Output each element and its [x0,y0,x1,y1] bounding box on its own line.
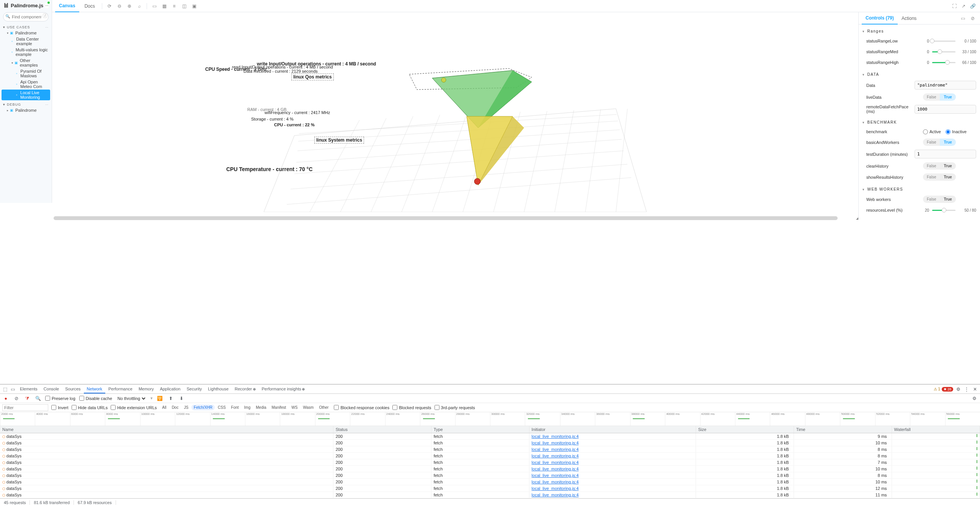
devtools-tab-performance-insights[interactable]: Performance insights ⴲ [259,385,308,393]
throttling-select[interactable]: No throttling [116,396,147,401]
tree-item-pyramid[interactable]: ▫Pyramid Of Maslows [2,68,50,79]
slider-status-low[interactable] [932,38,956,44]
filter-chip-media[interactable]: Media [253,405,268,410]
hide-ext-urls-check[interactable]: Hide extension URLs [111,405,157,410]
slider-resources-level[interactable] [932,207,956,214]
input-test-duration[interactable] [915,150,976,158]
tab-controls[interactable]: Controls (79) [862,12,898,24]
tree-item-datacenter[interactable]: ▫Data Center example [2,36,50,47]
tree-root-palindrome[interactable]: ▾▣Palindrome [2,30,50,36]
input-data[interactable] [915,81,976,90]
devtools-tab-sources[interactable]: Sources [62,385,83,393]
filter-chip-css[interactable]: CSS [216,405,228,410]
devtools-tab-memory[interactable]: Memory [136,385,157,393]
filter-chip-js[interactable]: JS [181,405,191,410]
filter-chip-manifest[interactable]: Manifest [270,405,289,410]
slider-status-med[interactable] [932,48,956,55]
download-icon[interactable]: ⬇ [178,395,185,402]
close-devtools-icon[interactable]: ✕ [972,386,978,393]
grid-icon[interactable]: ▦ [160,2,168,10]
refresh-icon[interactable]: ⟳ [105,2,114,10]
network-row[interactable]: dataSys200fetchlocal_live_monitoring.js:… [0,446,980,453]
filter-chip-other[interactable]: Other [317,405,331,410]
zoom-in-icon[interactable]: ⊕ [125,2,134,10]
tab-actions[interactable]: Actions [898,13,920,24]
filter-chip-ws[interactable]: WS [289,405,300,410]
network-row[interactable]: dataSys200fetchlocal_live_monitoring.js:… [0,440,980,446]
devtools-tab-security[interactable]: Security [183,385,205,393]
filter-chip-all[interactable]: All [160,405,169,410]
tree-item-local-live-monitoring[interactable]: ▫Local Live Monitoring [2,90,50,100]
blocked-cookies-check[interactable]: Blocked response cookies [334,405,389,410]
tree-item-multivalues[interactable]: ▫Multi-values logic example [2,47,50,57]
warnings-badge[interactable]: ⚠ 1 [934,387,940,391]
zoom-out-icon[interactable]: ⊖ [115,2,124,10]
input-remote-pace[interactable] [915,105,976,114]
network-row[interactable]: dataSys200fetchlocal_live_monitoring.js:… [0,466,980,472]
filter-funnel-icon[interactable]: ⧩ [24,395,31,402]
tree-item-other[interactable]: ▾▣Other examples [2,57,50,68]
devtools-tab-recorder[interactable]: Recorder ⴲ [232,385,258,393]
clear-icon[interactable]: ⊘ [13,395,20,402]
devtools-tab-console[interactable]: Console [41,385,62,393]
devtools-tab-lighthouse[interactable]: Lighthouse [205,385,232,393]
more-icon[interactable]: ⋮ [963,386,970,393]
link-icon[interactable]: 🔗 [969,2,977,10]
network-row[interactable]: dataSys200fetchlocal_live_monitoring.js:… [0,433,980,440]
measure-icon[interactable]: ≡ [170,2,178,10]
devtools-tab-performance[interactable]: Performance [105,385,136,393]
filter-chip-font[interactable]: Font [229,405,241,410]
radio-active[interactable]: Active [923,129,941,134]
network-row[interactable]: dataSys200fetchlocal_live_monitoring.js:… [0,472,980,479]
col-name[interactable]: Name [0,426,333,433]
filter-input[interactable] [2,404,48,411]
scroll-handle-icon[interactable]: ◢ [856,217,858,220]
canvas-area[interactable]: CPU Speed - current : 3 GHz write Input/… [52,12,858,220]
col-status[interactable]: Status [333,426,431,433]
toggle-livedata[interactable]: False True [923,93,956,101]
filter-chip-doc[interactable]: Doc [170,405,181,410]
more-menu-button[interactable] [45,3,49,8]
slider-status-high[interactable] [932,59,956,66]
blocked-requests-check[interactable]: Blocked requests [392,405,431,410]
radio-inactive[interactable]: Inactive [946,129,967,134]
toggle-clear-history[interactable]: False True [923,162,956,170]
network-row[interactable]: dataSys200fetchlocal_live_monitoring.js:… [0,459,980,466]
record-icon[interactable]: ● [2,395,9,402]
settings-icon[interactable]: ⚙ [955,386,962,393]
network-row[interactable]: dataSys200fetchlocal_live_monitoring.js:… [0,479,980,485]
outline-icon[interactable]: ◫ [180,2,188,10]
viewport-icon[interactable]: ▭ [150,2,158,10]
hide-data-urls-check[interactable]: Hide data URLs [72,405,108,410]
devtools-tab-elements[interactable]: Elements [17,385,41,393]
network-row[interactable]: dataSys200fetchlocal_live_monitoring.js:… [0,485,980,492]
background-icon[interactable]: ▣ [190,2,198,10]
toggle-web-workers[interactable]: False True [923,196,956,203]
section-data[interactable]: ▾DATA [862,70,976,79]
search-net-icon[interactable]: 🔍 [34,395,41,402]
col-time[interactable]: Time [794,426,892,433]
tab-docs[interactable]: Docs [81,0,99,12]
col-size[interactable]: Size [696,426,794,433]
toggle-show-results[interactable]: False True [923,173,956,181]
network-row[interactable]: dataSys200fetchlocal_live_monitoring.js:… [0,492,980,498]
inspect-icon[interactable]: ⬚ [2,386,8,393]
net-gear-icon[interactable]: ⚙ [971,395,978,402]
invert-check[interactable]: Invert [51,405,69,410]
expand-controls-icon[interactable]: ▭ [959,14,967,23]
preserve-log-check[interactable]: Preserve log [45,396,75,401]
tab-canvas[interactable]: Canvas [55,0,79,12]
horizontal-scrollbar[interactable] [54,216,854,220]
col-type[interactable]: Type [431,426,529,433]
filter-chip-fetchxhr[interactable]: Fetch/XHR [191,405,215,410]
section-ranges[interactable]: ▾Ranges [862,27,976,36]
app-logo[interactable]: Palindrome.js [3,2,43,8]
col-waterfall[interactable]: Waterfall [892,426,980,433]
device-toggle-icon[interactable]: ▭ [9,386,16,393]
section-usecases[interactable]: ▾USE CASES⋯ [0,23,52,30]
upload-icon[interactable]: ⬆ [167,395,174,402]
section-webworkers[interactable]: ▾WEB WORKERS [862,185,976,194]
toggle-basic-workers[interactable]: False True [923,139,956,146]
zoom-reset-icon[interactable]: ⌕ [135,2,144,10]
third-party-check[interactable]: 3rd-party requests [434,405,475,410]
